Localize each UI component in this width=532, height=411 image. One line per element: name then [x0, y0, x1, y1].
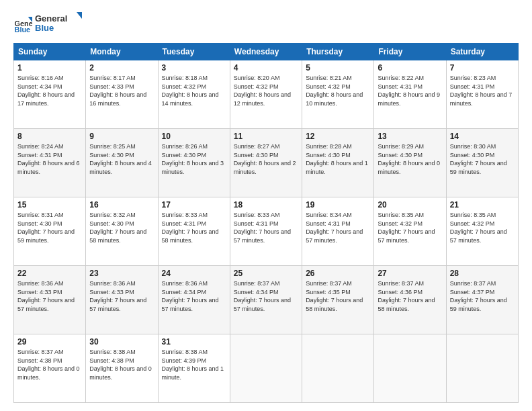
calendar-cell: 4Sunrise: 8:20 AM Sunset: 4:32 PM Daylig…	[230, 60, 302, 129]
calendar-cell: 21Sunrise: 8:35 AM Sunset: 4:32 PM Dayli…	[446, 197, 518, 266]
day-info: Sunrise: 8:33 AM Sunset: 4:31 PM Dayligh…	[234, 211, 298, 244]
day-info: Sunrise: 8:26 AM Sunset: 4:30 PM Dayligh…	[162, 142, 226, 176]
day-number: 29	[17, 337, 82, 347]
day-info: Sunrise: 8:23 AM Sunset: 4:31 PM Dayligh…	[450, 74, 515, 107]
logo: General Blue General Blue	[13, 11, 82, 38]
day-number: 6	[378, 63, 442, 73]
calendar-header-thursday: Thursday	[302, 44, 374, 60]
day-number: 17	[162, 200, 226, 210]
logo-svg: General Blue	[35, 11, 82, 35]
calendar-header-tuesday: Tuesday	[158, 44, 230, 60]
day-number: 22	[17, 269, 82, 278]
calendar-header-row: SundayMondayTuesdayWednesdayThursdayFrid…	[14, 44, 519, 60]
day-number: 23	[89, 269, 154, 278]
calendar-cell: 15Sunrise: 8:31 AM Sunset: 4:30 PM Dayli…	[14, 197, 86, 266]
calendar-cell: 27Sunrise: 8:37 AM Sunset: 4:36 PM Dayli…	[374, 266, 446, 334]
calendar-cell: 28Sunrise: 8:37 AM Sunset: 4:37 PM Dayli…	[446, 266, 518, 334]
day-info: Sunrise: 8:36 AM Sunset: 4:33 PM Dayligh…	[89, 279, 154, 313]
day-info: Sunrise: 8:29 AM Sunset: 4:30 PM Dayligh…	[378, 142, 442, 176]
calendar-cell: 7Sunrise: 8:23 AM Sunset: 4:31 PM Daylig…	[446, 60, 518, 129]
day-info: Sunrise: 8:35 AM Sunset: 4:32 PM Dayligh…	[450, 211, 515, 244]
calendar-cell: 20Sunrise: 8:35 AM Sunset: 4:32 PM Dayli…	[374, 197, 446, 266]
header: General Blue General Blue	[13, 11, 519, 38]
day-info: Sunrise: 8:36 AM Sunset: 4:33 PM Dayligh…	[17, 279, 82, 313]
day-number: 10	[162, 132, 226, 141]
svg-text:General: General	[35, 13, 67, 24]
day-number: 11	[234, 132, 298, 141]
calendar-header-sunday: Sunday	[14, 44, 86, 60]
day-number: 3	[162, 63, 226, 73]
calendar-cell: 18Sunrise: 8:33 AM Sunset: 4:31 PM Dayli…	[230, 197, 302, 266]
calendar-cell	[374, 334, 446, 403]
calendar-header-friday: Friday	[374, 44, 446, 60]
svg-marker-5	[77, 12, 82, 19]
calendar-header-monday: Monday	[86, 44, 158, 60]
calendar-cell: 19Sunrise: 8:34 AM Sunset: 4:31 PM Dayli…	[302, 197, 374, 266]
calendar-cell: 31Sunrise: 8:38 AM Sunset: 4:39 PM Dayli…	[158, 334, 230, 403]
calendar-cell: 12Sunrise: 8:28 AM Sunset: 4:30 PM Dayli…	[302, 129, 374, 197]
calendar-cell: 3Sunrise: 8:18 AM Sunset: 4:32 PM Daylig…	[158, 60, 230, 129]
day-number: 28	[450, 269, 515, 278]
calendar-cell: 22Sunrise: 8:36 AM Sunset: 4:33 PM Dayli…	[14, 266, 86, 334]
day-info: Sunrise: 8:31 AM Sunset: 4:30 PM Dayligh…	[17, 211, 82, 244]
calendar-cell: 16Sunrise: 8:32 AM Sunset: 4:30 PM Dayli…	[86, 197, 158, 266]
day-number: 1	[17, 63, 82, 73]
day-info: Sunrise: 8:36 AM Sunset: 4:34 PM Dayligh…	[162, 279, 226, 313]
page: General Blue General Blue SundayMondayTu…	[0, 0, 532, 411]
calendar-cell: 13Sunrise: 8:29 AM Sunset: 4:30 PM Dayli…	[374, 129, 446, 197]
day-number: 13	[378, 132, 442, 141]
calendar-cell: 24Sunrise: 8:36 AM Sunset: 4:34 PM Dayli…	[158, 266, 230, 334]
day-info: Sunrise: 8:37 AM Sunset: 4:36 PM Dayligh…	[378, 279, 442, 313]
calendar-cell	[446, 334, 518, 403]
day-number: 9	[89, 132, 154, 141]
day-number: 18	[234, 200, 298, 210]
day-info: Sunrise: 8:37 AM Sunset: 4:35 PM Dayligh…	[306, 279, 370, 313]
day-number: 12	[306, 132, 370, 141]
day-info: Sunrise: 8:37 AM Sunset: 4:34 PM Dayligh…	[234, 279, 298, 313]
day-number: 25	[234, 269, 298, 278]
day-info: Sunrise: 8:25 AM Sunset: 4:30 PM Dayligh…	[89, 142, 154, 176]
calendar-cell	[302, 334, 374, 403]
day-info: Sunrise: 8:24 AM Sunset: 4:31 PM Dayligh…	[17, 142, 82, 176]
day-number: 31	[162, 337, 226, 347]
calendar-cell: 26Sunrise: 8:37 AM Sunset: 4:35 PM Dayli…	[302, 266, 374, 334]
day-number: 20	[378, 200, 442, 210]
calendar-cell: 11Sunrise: 8:27 AM Sunset: 4:30 PM Dayli…	[230, 129, 302, 197]
day-info: Sunrise: 8:21 AM Sunset: 4:32 PM Dayligh…	[306, 74, 370, 107]
calendar-header-saturday: Saturday	[446, 44, 518, 60]
day-info: Sunrise: 8:35 AM Sunset: 4:32 PM Dayligh…	[378, 211, 442, 244]
svg-text:Blue: Blue	[35, 23, 54, 33]
calendar-cell: 1Sunrise: 8:16 AM Sunset: 4:34 PM Daylig…	[14, 60, 86, 129]
calendar-week-1: 1Sunrise: 8:16 AM Sunset: 4:34 PM Daylig…	[14, 60, 519, 129]
day-info: Sunrise: 8:20 AM Sunset: 4:32 PM Dayligh…	[234, 74, 298, 107]
day-info: Sunrise: 8:38 AM Sunset: 4:39 PM Dayligh…	[162, 348, 226, 381]
calendar-header-wednesday: Wednesday	[230, 44, 302, 60]
calendar-cell: 25Sunrise: 8:37 AM Sunset: 4:34 PM Dayli…	[230, 266, 302, 334]
day-number: 16	[89, 200, 154, 210]
calendar-cell: 2Sunrise: 8:17 AM Sunset: 4:33 PM Daylig…	[86, 60, 158, 129]
day-number: 15	[17, 200, 82, 210]
day-info: Sunrise: 8:18 AM Sunset: 4:32 PM Dayligh…	[162, 74, 226, 107]
logo-icon: General Blue	[13, 15, 32, 34]
day-number: 27	[378, 269, 442, 278]
calendar-table: SundayMondayTuesdayWednesdayThursdayFrid…	[13, 43, 519, 403]
day-number: 14	[450, 132, 515, 141]
calendar-cell: 23Sunrise: 8:36 AM Sunset: 4:33 PM Dayli…	[86, 266, 158, 334]
day-info: Sunrise: 8:28 AM Sunset: 4:30 PM Dayligh…	[306, 142, 370, 176]
day-info: Sunrise: 8:30 AM Sunset: 4:30 PM Dayligh…	[450, 142, 515, 176]
calendar-cell: 10Sunrise: 8:26 AM Sunset: 4:30 PM Dayli…	[158, 129, 230, 197]
day-number: 8	[17, 132, 82, 141]
day-info: Sunrise: 8:27 AM Sunset: 4:30 PM Dayligh…	[234, 142, 298, 176]
calendar-week-5: 29Sunrise: 8:37 AM Sunset: 4:38 PM Dayli…	[14, 334, 519, 403]
day-info: Sunrise: 8:17 AM Sunset: 4:33 PM Dayligh…	[89, 74, 154, 107]
day-number: 7	[450, 63, 515, 73]
calendar-week-2: 8Sunrise: 8:24 AM Sunset: 4:31 PM Daylig…	[14, 129, 519, 197]
calendar-week-3: 15Sunrise: 8:31 AM Sunset: 4:30 PM Dayli…	[14, 197, 519, 266]
day-number: 24	[162, 269, 226, 278]
svg-text:Blue: Blue	[15, 26, 31, 34]
day-info: Sunrise: 8:38 AM Sunset: 4:38 PM Dayligh…	[89, 348, 154, 381]
day-number: 4	[234, 63, 298, 73]
calendar-cell: 17Sunrise: 8:33 AM Sunset: 4:31 PM Dayli…	[158, 197, 230, 266]
day-number: 30	[89, 337, 154, 347]
calendar-cell: 30Sunrise: 8:38 AM Sunset: 4:38 PM Dayli…	[86, 334, 158, 403]
